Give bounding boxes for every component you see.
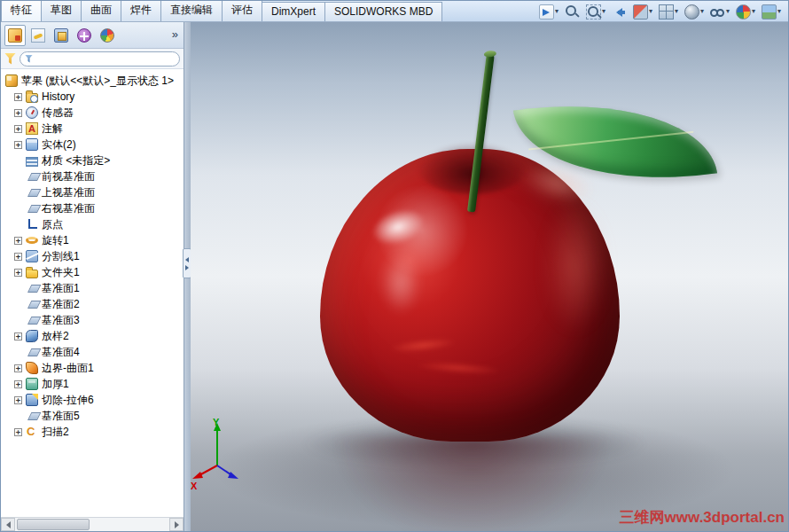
apply-scene-button[interactable]: ▾ [762, 4, 781, 20]
featuremanager-tab-button[interactable] [4, 25, 26, 46]
expand-icon[interactable]: + [14, 93, 22, 101]
filter-icon[interactable] [4, 53, 16, 65]
tree-root[interactable]: 苹果 (默认<<默认>_显示状态 1> [1, 73, 184, 89]
ribbon-tab-features[interactable]: 特征 [1, 0, 42, 21]
expand-icon[interactable]: + [14, 364, 22, 372]
tree-item[interactable]: +旋转1 [1, 232, 184, 248]
dropdown-arrow-icon[interactable]: ▾ [700, 8, 704, 15]
material-icon [26, 157, 38, 167]
tree-item-label: 扫描2 [42, 426, 69, 438]
tree-item-label: 上视基准面 [42, 186, 95, 199]
expand-icon[interactable]: + [14, 396, 22, 404]
dropdown-arrow-icon[interactable]: ▾ [602, 8, 605, 15]
tree-item[interactable]: 右视基准面 [1, 200, 184, 216]
configurationmanager-tab-button[interactable] [51, 25, 72, 46]
expand-icon[interactable]: + [14, 428, 22, 436]
tree-item-label: 基准面3 [42, 314, 80, 326]
tree-item-label: 基准面2 [42, 298, 80, 310]
expand-icon[interactable]: + [14, 269, 22, 277]
cut-extrude-icon [26, 394, 38, 406]
ribbon-tab-sketch[interactable]: 草图 [41, 0, 82, 21]
tree-item[interactable]: +文件夹1 [1, 264, 184, 280]
plane-icon [26, 186, 38, 199]
ribbon-tab-surfaces[interactable]: 曲面 [81, 0, 121, 21]
display-style-button[interactable]: ▾ [684, 4, 704, 20]
ribbon-tab-solidworks-mbd[interactable]: SOLIDWORKS MBD [324, 2, 442, 21]
tree-item[interactable]: +切除-拉伸6 [1, 392, 184, 408]
expand-icon[interactable]: + [14, 237, 22, 245]
tree-item[interactable]: 前视基准面 [1, 168, 184, 184]
tree-item[interactable]: 原点 [1, 216, 184, 232]
tree-item[interactable]: 基准面4 [1, 344, 184, 360]
scrollbar-thumb[interactable] [17, 519, 90, 530]
tree-item[interactable]: +History [1, 89, 184, 105]
tree-item[interactable]: +实体(2) [1, 137, 184, 153]
tree-horizontal-scrollbar[interactable] [1, 517, 184, 531]
filter-input[interactable] [20, 51, 180, 66]
dropdown-arrow-icon[interactable]: ▾ [675, 8, 678, 15]
tree-item-label: 分割线1 [42, 250, 80, 262]
expand-icon[interactable]: + [14, 332, 22, 340]
dropdown-arrow-icon[interactable]: ▾ [649, 8, 652, 15]
zoom-fit-button[interactable] [565, 4, 580, 20]
ribbon-tab-evaluate[interactable]: 评估 [222, 0, 262, 21]
tree-item[interactable]: +加厚1 [1, 376, 184, 392]
hide-show-items-button[interactable]: ▾ [710, 4, 730, 20]
dimxpertmanager-tab-icon [77, 28, 91, 43]
previous-view-button[interactable] [612, 4, 627, 20]
panel-splitter[interactable] [184, 22, 191, 531]
tree-item-label: History [42, 90, 74, 103]
filter-row [1, 49, 184, 69]
dimxpertmanager-tab-button[interactable] [74, 25, 95, 46]
tree-item[interactable]: +注解 [1, 121, 184, 137]
ribbon-tab-direct-editing[interactable]: 直接编辑 [160, 0, 223, 21]
3d-views-icon [539, 4, 554, 20]
tree-item[interactable]: 基准面1 [1, 280, 184, 296]
view-toolbar: ▾▾▾▾▾▾▾▾ [539, 2, 781, 21]
expand-icon[interactable]: + [14, 125, 22, 133]
toolbar-overflow-button[interactable]: » [172, 27, 178, 41]
scrollbar-track[interactable] [15, 518, 169, 531]
tree-item-label: 右视基准面 [42, 202, 95, 215]
expand-icon[interactable]: + [14, 253, 22, 261]
tree-item[interactable]: 基准面2 [1, 296, 184, 312]
tree-item-label: 基准面1 [42, 282, 80, 294]
tree-item[interactable]: 基准面5 [1, 408, 184, 424]
expand-icon[interactable]: + [14, 380, 22, 388]
ribbon-tab-dimxpert[interactable]: DimXpert [262, 2, 325, 21]
tree-item[interactable]: 材质 <未指定> [1, 153, 184, 168]
dropdown-arrow-icon[interactable]: ▾ [752, 8, 755, 15]
manager-tabs [4, 25, 118, 46]
dropdown-arrow-icon[interactable]: ▾ [555, 8, 559, 15]
tree-item-label: 注解 [42, 122, 63, 135]
tree-item[interactable]: +传感器 [1, 105, 184, 121]
section-view-button[interactable]: ▾ [633, 4, 652, 20]
scroll-left-button[interactable] [1, 518, 15, 531]
view-orientation-button[interactable]: ▾ [659, 4, 678, 20]
folder-icon [26, 270, 38, 278]
configurationmanager-tab-icon [54, 28, 68, 43]
edit-appearance-button[interactable]: ▾ [736, 4, 755, 20]
tree-item[interactable]: +放样2 [1, 328, 184, 344]
tree-item[interactable]: +边界-曲面1 [1, 360, 184, 376]
expand-icon[interactable]: + [14, 109, 22, 117]
expand-icon[interactable]: + [14, 141, 22, 149]
tree-item[interactable]: 基准面3 [1, 312, 184, 328]
3d-views-button[interactable]: ▾ [539, 4, 559, 20]
dropdown-arrow-icon[interactable]: ▾ [777, 8, 781, 15]
ribbon-tab-weldments[interactable]: 焊件 [121, 0, 161, 21]
tree-items: +History+传感器+注解+实体(2)材质 <未指定>前视基准面上视基准面右… [1, 89, 184, 440]
tree-item[interactable]: +分割线1 [1, 248, 184, 264]
feature-manager-panel: » 苹果 (默认<<默认>_显示状态 1> +History+传感器+注解+实体… [1, 22, 184, 531]
propertymanager-tab-button[interactable] [27, 25, 49, 46]
dropdown-arrow-icon[interactable]: ▾ [726, 8, 730, 15]
ribbon-tabs: 特征草图曲面焊件直接编辑评估DimXpertSOLIDWORKS MBD [1, 0, 441, 21]
scroll-right-button[interactable] [169, 518, 184, 531]
displaymanager-tab-icon [100, 28, 114, 43]
tree-item[interactable]: +扫描2 [1, 424, 184, 440]
tree-item[interactable]: 上视基准面 [1, 184, 184, 200]
zoom-area-button[interactable]: ▾ [586, 4, 605, 20]
propertymanager-tab-icon [31, 28, 45, 43]
displaymanager-tab-button[interactable] [97, 25, 118, 46]
graphics-area[interactable]: Y X 三维网www.3dportal.cn [191, 22, 788, 531]
